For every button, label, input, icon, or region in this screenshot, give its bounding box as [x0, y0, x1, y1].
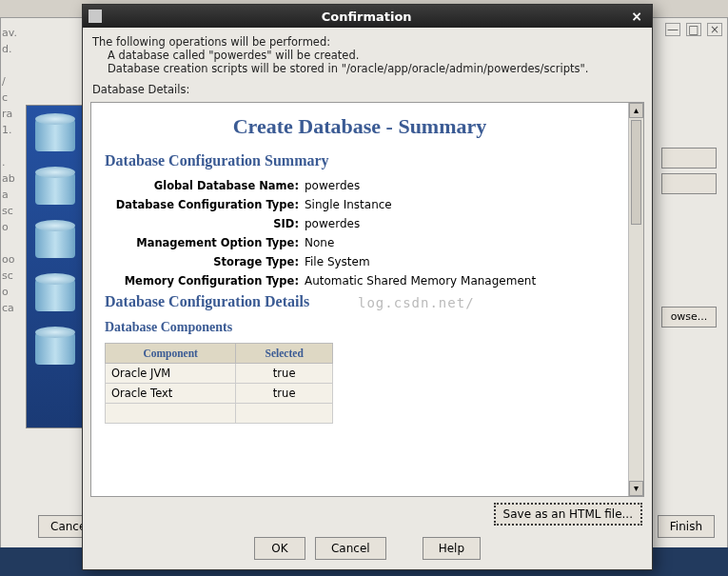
dialog-intro: The following operations will be perform…: [83, 28, 652, 100]
kv-row: Database Configuration Type:Single Insta…: [105, 198, 615, 211]
table-header-row: Component Selected: [106, 344, 333, 364]
wizard-sidebar: [26, 105, 85, 428]
dialog-title: Confirmation: [106, 10, 627, 24]
intro-line: Database Details:: [92, 83, 642, 96]
cell-component: Oracle Text: [106, 384, 236, 404]
save-as-html-button[interactable]: Save as an HTML file...: [494, 503, 642, 526]
minimize-icon[interactable]: —: [665, 23, 680, 36]
kv-value: powerdes: [305, 179, 360, 192]
summary-title: Create Database - Summary: [105, 114, 615, 139]
confirmation-dialog: Confirmation × The following operations …: [82, 4, 653, 570]
kv-row: SID:powerdes: [105, 217, 615, 230]
scroll-thumb[interactable]: [631, 120, 641, 225]
browse-button[interactable]: owse...: [661, 307, 717, 328]
close-icon[interactable]: ×: [627, 9, 646, 24]
kv-value: Single Instance: [305, 198, 392, 211]
cell-selected: [236, 404, 333, 424]
col-selected: Selected: [236, 344, 333, 364]
wizard-finish-button[interactable]: Finish: [658, 515, 715, 538]
cell-component: Oracle JVM: [106, 364, 236, 384]
database-icon: [35, 327, 75, 370]
table-row: Oracle JVM true: [106, 364, 333, 384]
help-button[interactable]: Help: [423, 537, 481, 560]
cancel-button[interactable]: Cancel: [315, 537, 386, 560]
ok-button[interactable]: OK: [254, 537, 305, 560]
intro-line: A database called "powerdes" will be cre…: [92, 49, 642, 62]
table-row: [106, 404, 333, 424]
close-icon[interactable]: ×: [707, 23, 722, 36]
intro-line: Database creation scripts will be stored…: [92, 62, 642, 75]
kv-key: Database Configuration Type:: [105, 198, 305, 211]
window-icon: [89, 10, 102, 23]
kv-value: File System: [305, 255, 370, 268]
bg-box: [661, 173, 717, 194]
kv-value: None: [305, 236, 334, 249]
col-component: Component: [106, 344, 236, 364]
kv-row: Storage Type:File System: [105, 255, 615, 268]
section-config-details: Database Configuration Details: [105, 293, 615, 310]
dialog-titlebar: Confirmation ×: [83, 5, 652, 28]
kv-key: Storage Type:: [105, 255, 305, 268]
kv-value: powerdes: [305, 217, 360, 230]
kv-key: Memory Configuration Type:: [105, 274, 305, 288]
scroll-up-icon[interactable]: ▴: [629, 103, 643, 118]
kv-value: Automatic Shared Memory Management: [305, 274, 536, 288]
kv-key: Global Database Name:: [105, 179, 305, 192]
components-table: Component Selected Oracle JVM true Oracl…: [105, 343, 333, 424]
bg-box: [661, 148, 717, 169]
summary-content: Create Database - Summary Database Confi…: [91, 103, 628, 496]
kv-key: Management Option Type:: [105, 236, 305, 249]
parent-window-controls: — □ ×: [665, 23, 722, 36]
dialog-button-row: OK Cancel Help: [83, 531, 652, 569]
cell-selected: true: [236, 364, 333, 384]
subsection-components: Database Components: [105, 320, 615, 335]
kv-row: Management Option Type:None: [105, 236, 615, 249]
database-icon: [35, 167, 75, 210]
database-icon: [35, 273, 75, 317]
kv-key: SID:: [105, 217, 305, 230]
table-row: Oracle Text true: [106, 384, 333, 404]
cell-component: [106, 404, 236, 424]
kv-row: Global Database Name:powerdes: [105, 179, 615, 192]
database-icon: [35, 113, 75, 157]
cell-selected: true: [236, 384, 333, 404]
maximize-icon[interactable]: □: [686, 23, 701, 36]
vertical-scrollbar[interactable]: ▴ ▾: [628, 103, 643, 496]
kv-row: Memory Configuration Type:Automatic Shar…: [105, 274, 615, 288]
intro-line: The following operations will be perform…: [92, 35, 642, 49]
summary-scroll-pane: Create Database - Summary Database Confi…: [90, 102, 644, 497]
bg-left-text: av. d. / c ra 1. . ab a sc o oo sc o ca: [0, 25, 17, 576]
database-icon: [35, 220, 75, 264]
scroll-down-icon[interactable]: ▾: [629, 481, 643, 496]
section-config-summary: Database Configuration Summary: [105, 152, 615, 169]
